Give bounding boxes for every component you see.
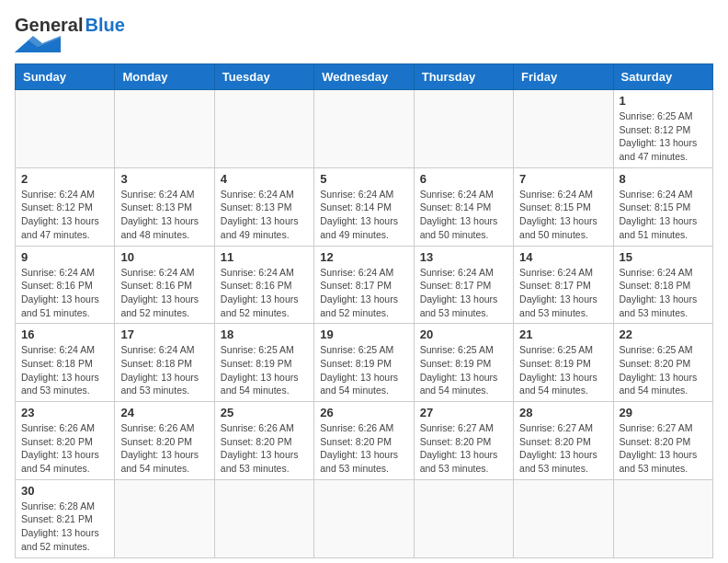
day-number: 3 — [120, 172, 208, 186]
calendar-cell: 15Sunrise: 6:24 AMSunset: 8:18 PMDayligh… — [613, 246, 712, 324]
calendar-cell — [514, 90, 613, 168]
calendar-cell — [115, 479, 214, 557]
day-number: 2 — [21, 172, 108, 186]
day-info: Sunrise: 6:26 AMSunset: 8:20 PMDaylight:… — [21, 421, 108, 476]
calendar-cell — [414, 90, 513, 168]
weekday-header-row: SundayMondayTuesdayWednesdayThursdayFrid… — [16, 64, 713, 90]
logo-icon — [15, 36, 61, 52]
day-info: Sunrise: 6:24 AMSunset: 8:16 PMDaylight:… — [221, 266, 308, 320]
calendar-cell: 27Sunrise: 6:27 AMSunset: 8:20 PMDayligh… — [414, 402, 513, 480]
day-info: Sunrise: 6:24 AMSunset: 8:18 PMDaylight:… — [21, 343, 108, 397]
calendar-cell: 5Sunrise: 6:24 AMSunset: 8:14 PMDaylight… — [314, 167, 414, 246]
week-row: 2Sunrise: 6:24 AMSunset: 8:12 PMDaylight… — [16, 167, 713, 246]
day-info: Sunrise: 6:24 AMSunset: 8:18 PMDaylight:… — [120, 343, 208, 397]
calendar-cell — [214, 479, 313, 557]
day-number: 25 — [221, 406, 308, 419]
calendar-cell: 28Sunrise: 6:27 AMSunset: 8:20 PMDayligh… — [514, 402, 613, 480]
calendar-cell: 4Sunrise: 6:24 AMSunset: 8:13 PMDaylight… — [214, 167, 313, 246]
calendar-cell — [414, 479, 513, 557]
calendar-cell: 11Sunrise: 6:24 AMSunset: 8:16 PMDayligh… — [214, 246, 313, 324]
calendar-cell: 1Sunrise: 6:25 AMSunset: 8:12 PMDaylight… — [613, 90, 712, 168]
day-number: 6 — [420, 172, 507, 186]
calendar-cell: 18Sunrise: 6:25 AMSunset: 8:19 PMDayligh… — [214, 324, 313, 402]
day-number: 28 — [519, 406, 607, 419]
day-number: 20 — [420, 327, 507, 341]
calendar-cell: 21Sunrise: 6:25 AMSunset: 8:19 PMDayligh… — [514, 324, 613, 402]
day-number: 18 — [221, 327, 308, 341]
calendar-cell: 3Sunrise: 6:24 AMSunset: 8:13 PMDaylight… — [115, 167, 214, 246]
week-row: 1Sunrise: 6:25 AMSunset: 8:12 PMDaylight… — [16, 90, 713, 168]
calendar-cell: 12Sunrise: 6:24 AMSunset: 8:17 PMDayligh… — [314, 246, 414, 324]
calendar-cell: 29Sunrise: 6:27 AMSunset: 8:20 PMDayligh… — [613, 402, 712, 480]
day-number: 23 — [21, 406, 108, 419]
day-number: 12 — [320, 250, 407, 264]
day-info: Sunrise: 6:24 AMSunset: 8:13 PMDaylight:… — [221, 188, 308, 242]
day-number: 16 — [21, 327, 108, 341]
calendar-cell: 13Sunrise: 6:24 AMSunset: 8:17 PMDayligh… — [414, 246, 513, 324]
calendar-cell: 20Sunrise: 6:25 AMSunset: 8:19 PMDayligh… — [414, 324, 513, 402]
week-row: 16Sunrise: 6:24 AMSunset: 8:18 PMDayligh… — [16, 324, 713, 402]
calendar-wrapper: General Blue SundayMondayTuesdayWednesda… — [0, 0, 728, 563]
day-info: Sunrise: 6:25 AMSunset: 8:19 PMDaylight:… — [221, 343, 308, 397]
calendar-cell — [613, 479, 712, 557]
weekday-header-saturday: Saturday — [613, 64, 712, 90]
calendar-cell: 2Sunrise: 6:24 AMSunset: 8:12 PMDaylight… — [16, 167, 115, 246]
calendar-cell — [16, 90, 115, 168]
calendar-cell: 14Sunrise: 6:24 AMSunset: 8:17 PMDayligh… — [514, 246, 613, 324]
calendar-cell — [115, 90, 214, 168]
calendar-cell: 26Sunrise: 6:26 AMSunset: 8:20 PMDayligh… — [314, 402, 414, 480]
calendar-cell — [314, 479, 414, 557]
calendar-cell: 30Sunrise: 6:28 AMSunset: 8:21 PMDayligh… — [16, 479, 115, 557]
day-number: 24 — [120, 406, 208, 419]
calendar-cell: 23Sunrise: 6:26 AMSunset: 8:20 PMDayligh… — [16, 402, 115, 480]
calendar-cell: 25Sunrise: 6:26 AMSunset: 8:20 PMDayligh… — [214, 402, 313, 480]
day-info: Sunrise: 6:24 AMSunset: 8:17 PMDaylight:… — [519, 266, 607, 320]
day-info: Sunrise: 6:25 AMSunset: 8:20 PMDaylight:… — [620, 343, 707, 397]
day-number: 13 — [420, 250, 507, 264]
calendar-cell: 10Sunrise: 6:24 AMSunset: 8:16 PMDayligh… — [115, 246, 214, 324]
day-info: Sunrise: 6:25 AMSunset: 8:19 PMDaylight:… — [420, 343, 507, 397]
day-number: 4 — [221, 172, 308, 186]
day-number: 22 — [620, 327, 707, 341]
day-info: Sunrise: 6:26 AMSunset: 8:20 PMDaylight:… — [320, 421, 407, 476]
calendar-cell: 17Sunrise: 6:24 AMSunset: 8:18 PMDayligh… — [115, 324, 214, 402]
day-info: Sunrise: 6:24 AMSunset: 8:18 PMDaylight:… — [620, 266, 707, 320]
calendar-table: SundayMondayTuesdayWednesdayThursdayFrid… — [15, 63, 713, 558]
day-number: 8 — [620, 172, 707, 186]
day-number: 10 — [120, 250, 208, 264]
day-info: Sunrise: 6:24 AMSunset: 8:15 PMDaylight:… — [519, 188, 607, 242]
day-info: Sunrise: 6:25 AMSunset: 8:19 PMDaylight:… — [519, 343, 607, 397]
day-info: Sunrise: 6:26 AMSunset: 8:20 PMDaylight:… — [120, 421, 208, 476]
day-number: 9 — [21, 250, 108, 264]
day-number: 29 — [620, 406, 707, 419]
weekday-header-friday: Friday — [514, 64, 613, 90]
day-number: 27 — [420, 406, 507, 419]
day-number: 11 — [221, 250, 308, 264]
calendar-cell: 24Sunrise: 6:26 AMSunset: 8:20 PMDayligh… — [115, 402, 214, 480]
day-number: 1 — [620, 94, 707, 108]
calendar-cell: 7Sunrise: 6:24 AMSunset: 8:15 PMDaylight… — [514, 167, 613, 246]
day-number: 26 — [320, 406, 407, 419]
day-info: Sunrise: 6:28 AMSunset: 8:21 PMDaylight:… — [21, 500, 108, 554]
day-number: 5 — [320, 172, 407, 186]
day-info: Sunrise: 6:27 AMSunset: 8:20 PMDaylight:… — [519, 421, 607, 476]
day-info: Sunrise: 6:26 AMSunset: 8:20 PMDaylight:… — [221, 421, 308, 476]
calendar-cell: 8Sunrise: 6:24 AMSunset: 8:15 PMDaylight… — [613, 167, 712, 246]
calendar-cell — [514, 479, 613, 557]
calendar-cell — [314, 90, 414, 168]
day-number: 21 — [519, 327, 607, 341]
week-row: 30Sunrise: 6:28 AMSunset: 8:21 PMDayligh… — [16, 479, 713, 557]
day-info: Sunrise: 6:24 AMSunset: 8:13 PMDaylight:… — [120, 188, 208, 242]
calendar-cell: 22Sunrise: 6:25 AMSunset: 8:20 PMDayligh… — [613, 324, 712, 402]
day-number: 19 — [320, 327, 407, 341]
day-number: 30 — [21, 484, 108, 498]
weekday-header-thursday: Thursday — [414, 64, 513, 90]
week-row: 9Sunrise: 6:24 AMSunset: 8:16 PMDaylight… — [16, 246, 713, 324]
week-row: 23Sunrise: 6:26 AMSunset: 8:20 PMDayligh… — [16, 402, 713, 480]
weekday-header-monday: Monday — [115, 64, 214, 90]
calendar-cell: 9Sunrise: 6:24 AMSunset: 8:16 PMDaylight… — [16, 246, 115, 324]
calendar-cell: 16Sunrise: 6:24 AMSunset: 8:18 PMDayligh… — [16, 324, 115, 402]
day-number: 15 — [620, 250, 707, 264]
day-info: Sunrise: 6:24 AMSunset: 8:16 PMDaylight:… — [120, 266, 208, 320]
day-info: Sunrise: 6:24 AMSunset: 8:14 PMDaylight:… — [320, 188, 407, 242]
